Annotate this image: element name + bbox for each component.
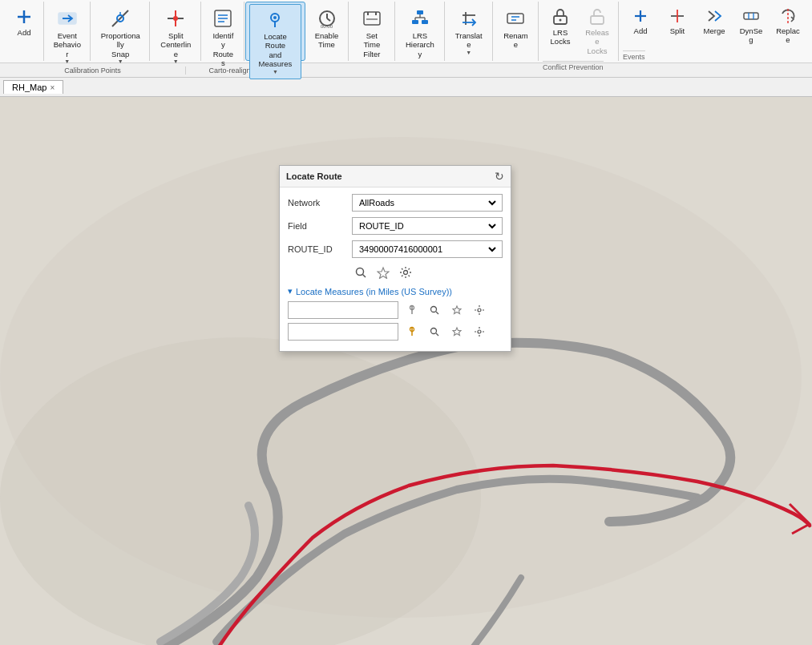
locate-route-button[interactable]: Locate Routeand Measures ▼ (249, 4, 301, 79)
events-dynseg-icon (742, 7, 760, 25)
add-icon (14, 7, 34, 26)
events-add-icon (632, 7, 649, 25)
identify-routes-button[interactable]: IdentifyRoutes (205, 3, 240, 72)
enable-time-button[interactable]: 00:00 EnableTime (309, 3, 345, 54)
split-centerline-button[interactable]: SplitCenterline ▼ (154, 3, 197, 70)
lrs-hierarchy-button[interactable]: LRSHierarchy (399, 3, 441, 62)
map-tab-close[interactable]: × (50, 83, 55, 92)
events-split-button[interactable]: Split (660, 3, 695, 49)
set-time-filter-label: Set TimeFilter (358, 31, 386, 58)
locate-route-popup: Locate Route ↻ Network AllRoads Field RO… (279, 165, 511, 352)
translate-button[interactable]: Translate ▼ (449, 3, 489, 60)
split-centerline-label: SplitCenterline (160, 31, 192, 58)
split-centerline-icon (164, 7, 187, 30)
group-identify: IdentifyRoutes (202, 2, 244, 61)
search-button[interactable] (352, 264, 370, 281)
measure-row-1 (288, 301, 503, 319)
field-select[interactable]: ROUTE_ID (352, 217, 503, 235)
locate-route-label: Locate Routeand Measures (255, 32, 295, 69)
route-id-select[interactable]: 34900007416000001 (352, 240, 503, 258)
set-time-filter-icon (361, 7, 383, 30)
set-time-filter-button[interactable]: Set TimeFilter (353, 3, 392, 62)
add-button[interactable]: Add (6, 3, 42, 41)
group-rename: Rename (494, 2, 539, 61)
events-split-icon (669, 7, 686, 25)
measure1-locate-button[interactable] (448, 301, 466, 319)
events-add-button[interactable]: Add (623, 3, 658, 49)
event-behavior-icon (56, 7, 79, 30)
event-behavior-button[interactable]: EventBehavior ▼ (48, 3, 87, 70)
translate-label: Translate (454, 31, 483, 50)
group-event-behavior: EventBehavior ▼ (45, 2, 91, 61)
measure1-search-button[interactable] (426, 301, 443, 319)
events-split-label: Split (670, 26, 685, 35)
settings-button[interactable] (397, 264, 414, 281)
measure-input-1[interactable] (288, 301, 398, 319)
locate-route-arrow: ▼ (273, 69, 278, 75)
svg-rect-26 (412, 20, 418, 24)
group-set-time-filter: Set TimeFilter (349, 2, 396, 61)
select-on-map-button[interactable] (374, 264, 392, 281)
svg-rect-35 (507, 14, 523, 23)
tab-bar: RH_Map × (0, 78, 812, 97)
events-replace-icon (779, 7, 797, 25)
group-events: Add Split Merge (620, 2, 809, 61)
events-merge-icon (705, 7, 723, 25)
events-merge-label: Merge (704, 26, 725, 35)
measure2-pin-button[interactable] (403, 323, 421, 341)
measure2-search-button[interactable] (426, 323, 443, 341)
release-locks-label: ReleaseLocks (585, 28, 609, 55)
popup-refresh-button[interactable]: ↻ (495, 170, 504, 183)
search-row (288, 264, 503, 281)
network-dropdown[interactable]: AllRoads (356, 197, 499, 208)
svg-point-59 (478, 308, 481, 312)
events-replace-label: Replace (776, 26, 800, 45)
network-row: Network AllRoads (288, 194, 503, 212)
group-lrs-hierarchy: LRSHierarchy (396, 2, 445, 61)
svg-text:00:00: 00:00 (321, 24, 333, 29)
measure2-settings-button[interactable] (471, 323, 488, 341)
rename-button[interactable]: Rename (497, 3, 535, 54)
events-merge-button[interactable]: Merge (697, 3, 732, 49)
ribbon: Add EventBehavior ▼ ProportionallySnap ▼ (0, 0, 812, 78)
measure-input-2[interactable] (288, 323, 398, 341)
map-area: Locate Route ↻ Network AllRoads Field RO… (0, 97, 812, 645)
events-label: Events (623, 50, 645, 61)
group-locate-route: Locate Routeand Measures ▼ (245, 2, 305, 61)
measure1-settings-button[interactable] (471, 301, 488, 319)
identify-routes-label: IdentifyRoutes (211, 31, 235, 68)
rename-label: Rename (503, 31, 529, 50)
event-behavior-arrow: ▼ (64, 58, 70, 65)
group-translate: Translate ▼ (446, 2, 493, 61)
enable-time-icon: 00:00 (316, 7, 338, 30)
group-conflict-prevention: LRSLocks ReleaseLocks Conflict Preventio… (539, 2, 619, 61)
lrs-locks-button[interactable]: LRSLocks (543, 3, 578, 59)
measure2-locate-button[interactable] (448, 323, 466, 341)
lrs-hierarchy-label: LRSHierarchy (405, 31, 435, 58)
measure1-pin-button[interactable] (403, 301, 421, 319)
network-label: Network (288, 198, 352, 208)
map-tab-title: RH_Map (12, 83, 46, 92)
svg-rect-40 (591, 16, 604, 24)
split-centerline-arrow: ▼ (173, 58, 179, 65)
route-id-dropdown[interactable]: 34900007416000001 (356, 244, 499, 255)
svg-point-52 (357, 268, 364, 276)
identify-routes-icon (212, 7, 234, 30)
translate-icon (458, 7, 480, 30)
group-enable-time: 00:00 EnableTime (306, 2, 349, 61)
events-replace-button[interactable]: Replace (770, 3, 806, 49)
svg-point-39 (560, 19, 562, 22)
prop-snap-label: ProportionallySnap (100, 31, 140, 58)
release-locks-icon (588, 7, 607, 26)
map-tab-rh-map[interactable]: RH_Map × (3, 80, 63, 94)
measure-row-2 (288, 323, 503, 341)
events-dynseg-button[interactable]: DynSeg (733, 3, 769, 49)
field-dropdown[interactable]: ROUTE_ID (356, 220, 499, 232)
release-locks-button[interactable]: ReleaseLocks (580, 3, 615, 59)
group-split-centerline: SplitCenterline ▼ (151, 2, 201, 61)
svg-point-57 (431, 307, 437, 312)
network-select[interactable]: AllRoads (352, 194, 503, 212)
prop-snap-button[interactable]: ProportionallySnap ▼ (95, 3, 146, 70)
measures-toggle-label: Locate Measures (in Miles (US Survey)) (296, 287, 452, 296)
measures-toggle[interactable]: ▾ Locate Measures (in Miles (US Survey)) (288, 286, 503, 296)
